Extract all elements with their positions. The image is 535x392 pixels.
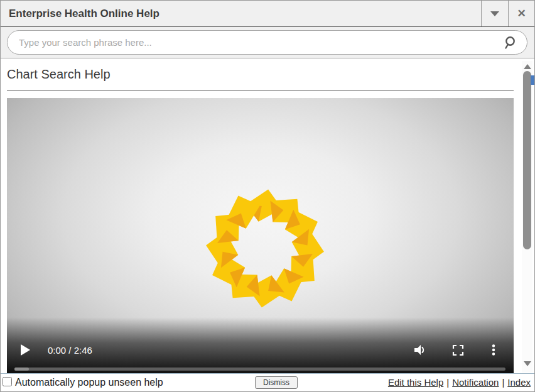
fullscreen-icon [451,344,464,356]
search-icon[interactable] [504,35,519,50]
arrow-down-icon [524,361,531,366]
play-icon [21,344,30,356]
scrollbar-thumb[interactable] [523,71,531,249]
search-section [1,27,534,58]
search-input[interactable] [8,31,527,54]
dialog-title: Enterprise Health Online Help [9,1,159,27]
help-content: Chart Search Help [1,58,534,373]
dismiss-button[interactable]: Dismiss [255,376,298,389]
footer-bar: Automatically popup unseen help Dismiss … [1,373,534,391]
video-controls-row: 0:00 / 2:46 [7,341,514,359]
chevron-down-icon [490,11,499,16]
video-controls-overlay: 0:00 / 2:46 [7,317,514,374]
clipped-background-fragment [531,75,534,85]
fullscreen-button[interactable] [451,344,464,356]
edit-help-link[interactable]: Edit this Help [388,377,443,388]
auto-popup-checkbox[interactable] [3,377,12,386]
scrollbar-up-button[interactable] [523,62,531,70]
arrow-up-icon [524,64,531,69]
collapse-button[interactable] [481,1,507,26]
video-progress-bar[interactable] [14,368,505,371]
volume-icon [413,344,426,356]
link-separator: | [502,377,504,388]
heading-divider [7,90,514,90]
kebab-menu-icon [487,344,500,356]
video-time-display: 0:00 / 2:46 [48,345,92,356]
help-dialog-window: Enterprise Health Online Help ✕ Chart Se… [0,0,535,392]
scrollbar [522,61,532,373]
video-player[interactable]: 0:00 / 2:46 [7,98,514,374]
footer-links: Edit this Help|Notification|Index [388,374,531,391]
index-link[interactable]: Index [507,377,531,388]
scrollbar-down-button[interactable] [523,359,531,368]
notification-link[interactable]: Notification [452,377,499,388]
close-button[interactable]: ✕ [508,1,534,26]
titlebar: Enterprise Health Online Help ✕ [1,1,534,27]
page-title: Chart Search Help [7,67,111,82]
volume-button[interactable] [413,344,426,356]
link-separator: | [446,377,449,388]
search-pill [7,30,527,55]
play-button[interactable] [21,344,30,356]
video-progress-loaded [14,368,29,371]
video-menu-button[interactable] [487,344,500,356]
enterprise-health-logo [200,184,329,313]
close-icon: ✕ [517,8,526,19]
auto-popup-label: Automatically popup unseen help [15,374,163,391]
